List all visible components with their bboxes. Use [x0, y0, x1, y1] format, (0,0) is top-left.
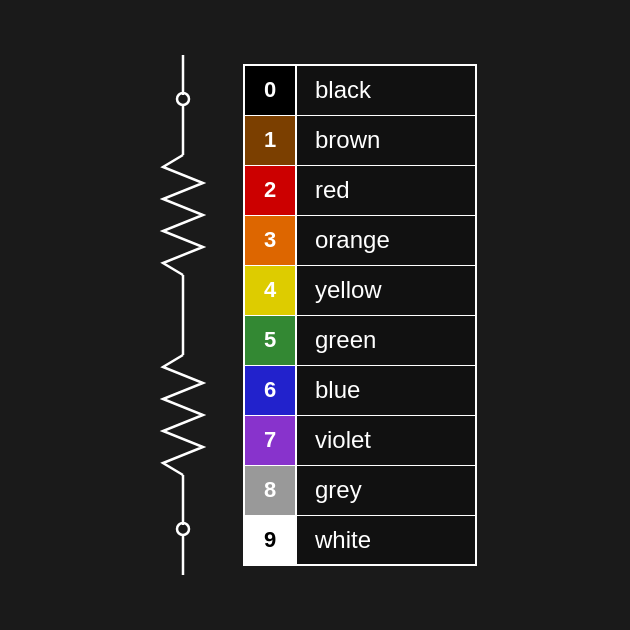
color-name-cell: violet [296, 415, 476, 465]
table-row: 4yellow [244, 265, 476, 315]
color-name-cell: black [296, 65, 476, 115]
resistor-symbol [153, 55, 213, 575]
color-number-cell: 2 [244, 165, 296, 215]
table-row: 0black [244, 65, 476, 115]
table-row: 1brown [244, 115, 476, 165]
table-row: 7violet [244, 415, 476, 465]
color-name-cell: yellow [296, 265, 476, 315]
table-row: 3orange [244, 215, 476, 265]
color-number-cell: 8 [244, 465, 296, 515]
color-name-cell: blue [296, 365, 476, 415]
color-number-cell: 1 [244, 115, 296, 165]
color-name-cell: green [296, 315, 476, 365]
color-name-cell: grey [296, 465, 476, 515]
main-container: 0black1brown2red3orange4yellow5green6blu… [153, 55, 477, 575]
table-row: 5green [244, 315, 476, 365]
color-name-cell: red [296, 165, 476, 215]
color-number-cell: 3 [244, 215, 296, 265]
color-name-cell: white [296, 515, 476, 565]
table-row: 9white [244, 515, 476, 565]
table-row: 8grey [244, 465, 476, 515]
color-number-cell: 0 [244, 65, 296, 115]
color-name-cell: orange [296, 215, 476, 265]
table-row: 6blue [244, 365, 476, 415]
color-code-table: 0black1brown2red3orange4yellow5green6blu… [243, 64, 477, 566]
color-number-cell: 7 [244, 415, 296, 465]
color-name-cell: brown [296, 115, 476, 165]
color-number-cell: 5 [244, 315, 296, 365]
color-number-cell: 6 [244, 365, 296, 415]
color-number-cell: 4 [244, 265, 296, 315]
color-number-cell: 9 [244, 515, 296, 565]
table-row: 2red [244, 165, 476, 215]
